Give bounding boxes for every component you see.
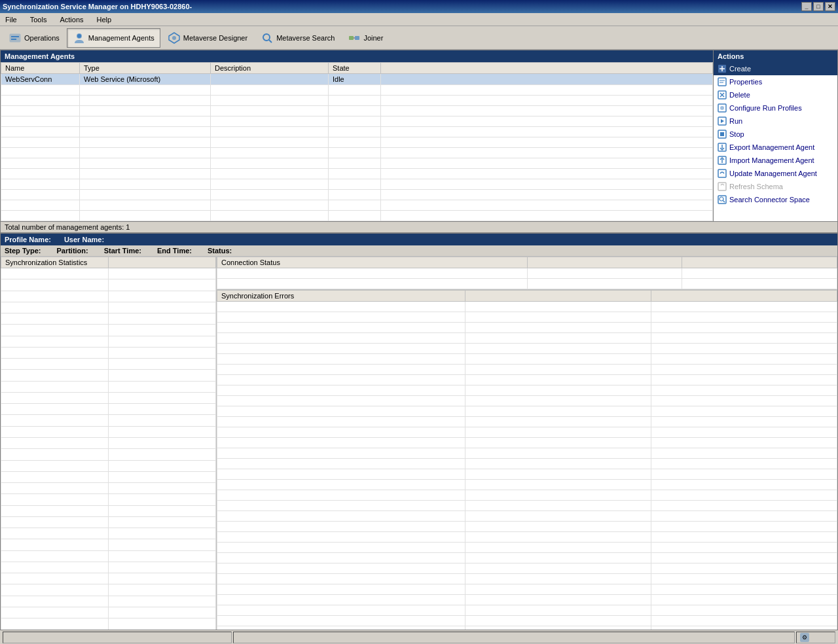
table-row[interactable] [1, 137, 713, 148]
user-name-label: User Name: [64, 236, 104, 243]
table-row [1, 460, 216, 471]
toolbar-btn-management-agents[interactable]: Management Agents [67, 28, 160, 48]
menu-tools[interactable]: Tools [27, 14, 50, 25]
action-search-connector-space[interactable]: Search Connector Space [714, 193, 837, 206]
table-row[interactable] [1, 127, 713, 137]
maximize-button[interactable]: □ [813, 2, 824, 11]
update-management-agent-label: Update Management Agent [729, 170, 817, 177]
stop-icon [718, 130, 727, 139]
table-row[interactable] [1, 96, 713, 106]
toolbar-btn-metaverse-designer[interactable]: Metaverse Designer [162, 28, 253, 48]
import-management-agent-label: Import Management Agent [729, 156, 814, 164]
table-row[interactable] [1, 211, 713, 221]
refresh-schema-icon [718, 182, 727, 191]
menu-file[interactable]: File [3, 14, 20, 25]
action-refresh-schema: Refresh Schema [714, 180, 837, 193]
close-button[interactable]: ✕ [825, 2, 835, 11]
svg-marker-24 [721, 119, 724, 123]
table-row[interactable] [1, 190, 713, 200]
table-row [1, 471, 216, 482]
table-row [217, 532, 837, 543]
joiner-label: Joiner [363, 34, 383, 42]
management-agents-panel: Management Agents Name Type Description … [0, 50, 714, 222]
cell-description [211, 74, 329, 85]
action-delete[interactable]: Delete [714, 88, 837, 101]
table-row [1, 370, 216, 381]
properties-icon [718, 77, 727, 86]
table-row[interactable] [1, 148, 713, 158]
action-configure-run-profiles[interactable]: Configure Run Profiles [714, 101, 837, 115]
window-controls[interactable]: _ □ ✕ [801, 2, 835, 11]
table-row [217, 480, 837, 490]
management-agents-header: Management Agents [1, 50, 713, 62]
svg-line-35 [723, 201, 725, 203]
toolbar-btn-joiner[interactable]: Joiner [342, 28, 389, 48]
table-row [217, 595, 837, 605]
svg-rect-15 [718, 78, 726, 86]
configure-run-profiles-icon [718, 103, 727, 113]
action-run[interactable]: Run [714, 115, 837, 128]
svg-rect-2 [11, 39, 16, 40]
status-icon: ⚙ [799, 632, 810, 643]
table-row [217, 333, 837, 344]
export-management-agent-label: Export Management Agent [729, 143, 814, 151]
metaverse-designer-icon [168, 31, 181, 45]
svg-point-22 [720, 106, 724, 110]
table-row[interactable] [1, 200, 713, 211]
conn-status-col2 [527, 257, 682, 268]
delete-icon [718, 90, 727, 99]
metaverse-designer-label: Metaverse Designer [183, 34, 247, 42]
action-properties[interactable]: Properties [714, 75, 837, 88]
table-row [1, 279, 216, 291]
status-segment-2 [233, 632, 795, 643]
table-row[interactable] [1, 106, 713, 116]
table-row [217, 354, 837, 365]
table-row [217, 553, 837, 564]
table-row [1, 404, 216, 415]
action-create[interactable]: Create [714, 62, 837, 75]
table-row [217, 584, 837, 595]
table-row [1, 437, 216, 448]
toolbar: Operations Management Agents Metaverse D… [0, 26, 838, 50]
action-update-management-agent[interactable]: Update Management Agent [714, 167, 837, 180]
table-row[interactable] [1, 85, 713, 96]
table-row [217, 543, 837, 553]
menu-help[interactable]: Help [94, 14, 115, 25]
sync-errors-col2 [465, 291, 651, 302]
partition-info: Partition: [56, 247, 90, 255]
table-row[interactable] [1, 158, 713, 169]
action-export-management-agent[interactable]: Export Management Agent [714, 141, 837, 154]
table-row [217, 501, 837, 511]
import-management-agent-icon [718, 156, 727, 165]
table-row [217, 385, 837, 396]
connection-status-table: Connection Status [217, 257, 837, 289]
menu-bar: File Tools Actions Help [0, 13, 838, 26]
table-row [1, 347, 216, 358]
stop-label: Stop [729, 130, 744, 138]
table-row[interactable] [1, 116, 713, 127]
cell-extra [381, 74, 713, 85]
toolbar-btn-operations[interactable]: Operations [3, 28, 65, 48]
table-row[interactable] [1, 169, 713, 179]
table-row [217, 564, 837, 574]
actions-header: Actions [714, 50, 837, 62]
status-text: Total number of management agents: 1 [5, 223, 130, 231]
table-row[interactable] [1, 179, 713, 190]
table-row [217, 522, 837, 532]
action-stop[interactable]: Stop [714, 128, 837, 141]
table-row [217, 438, 837, 448]
menu-actions[interactable]: Actions [57, 14, 86, 25]
table-row [1, 392, 216, 403]
table-row [1, 618, 216, 630]
table-row [1, 505, 216, 516]
start-time-info: Start Time: [104, 247, 144, 255]
toolbar-btn-metaverse-search[interactable]: Metaverse Search [255, 28, 340, 48]
sync-errors-col1: Synchronization Errors [217, 291, 465, 302]
action-import-management-agent[interactable]: Import Management Agent [714, 154, 837, 167]
svg-point-4 [77, 34, 81, 38]
delete-label: Delete [729, 91, 750, 99]
table-row [217, 574, 837, 584]
minimize-button[interactable]: _ [801, 2, 812, 11]
table-row [217, 396, 837, 406]
table-row[interactable]: WebServConn Web Service (Microsoft) Idle [1, 74, 713, 85]
